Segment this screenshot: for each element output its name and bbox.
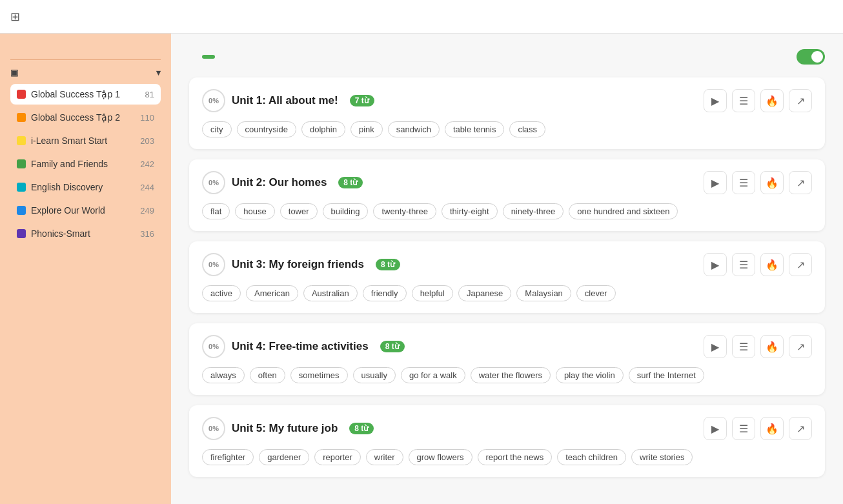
section-left: Global Success Tập 2	[17, 112, 120, 123]
play-button[interactable]: ▶	[704, 253, 727, 276]
export-button[interactable]: ↗	[789, 335, 812, 358]
section-left: Phonics-Smart	[17, 228, 90, 239]
fire-button[interactable]: 🔥	[760, 417, 784, 440]
export-button[interactable]: ↗	[789, 171, 812, 194]
word-tag: firefighter	[202, 449, 254, 465]
word-tag: city	[202, 121, 232, 137]
section-name: Global Success Tập 1	[31, 89, 120, 99]
section-left: Explore Our World	[17, 205, 105, 216]
export-button[interactable]: ↗	[789, 417, 812, 440]
word-tag: go for a walk	[401, 367, 465, 383]
grid-icon[interactable]: ⊞	[10, 10, 20, 24]
word-tag: Australian	[303, 285, 358, 301]
section-left: i-Learn Smart Start	[17, 136, 107, 146]
unit-badge: 8 từ	[338, 177, 363, 188]
section-dot	[17, 113, 26, 122]
section-dot	[17, 159, 26, 168]
play-button[interactable]: ▶	[704, 335, 727, 358]
play-button[interactable]: ▶	[704, 171, 727, 194]
detail-toggle[interactable]	[797, 49, 825, 65]
unit-title: Unit 2: Our homes	[232, 176, 327, 189]
unit-list: 0% Unit 1: All about me! 7 từ ▶ ☰ 🔥 ↗ ci…	[189, 77, 825, 477]
unit-header: 0% Unit 3: My foreign friends 8 từ ▶ ☰ 🔥…	[202, 253, 812, 276]
word-tag: pink	[350, 121, 383, 137]
word-tag: teach children	[557, 449, 626, 465]
list-button[interactable]: ☰	[732, 253, 755, 276]
word-tag: active	[202, 285, 241, 301]
unit-actions: ▶ ☰ 🔥 ↗	[704, 253, 812, 276]
list-button[interactable]: ☰	[732, 335, 755, 358]
word-tag: building	[323, 203, 369, 219]
top-bar: ⊞	[0, 0, 843, 34]
word-tag: table tennis	[445, 121, 505, 137]
chevron-down-icon[interactable]: ▾	[156, 68, 161, 77]
unit-header: 0% Unit 5: My future job 8 từ ▶ ☰ 🔥 ↗	[202, 417, 812, 440]
word-tag: friendly	[363, 285, 407, 301]
sidebar-item-ps[interactable]: Phonics-Smart 316	[10, 223, 161, 244]
unit-card-u1: 0% Unit 1: All about me! 7 từ ▶ ☰ 🔥 ↗ ci…	[189, 77, 825, 149]
fire-button[interactable]: 🔥	[760, 335, 784, 358]
section-name: Explore Our World	[31, 205, 105, 216]
unit-header-left: 0% Unit 5: My future job 8 từ	[202, 417, 374, 440]
word-tag: play the violin	[556, 367, 624, 383]
sidebar-item-eow[interactable]: Explore Our World 249	[10, 200, 161, 221]
word-tag: always	[202, 367, 245, 383]
fire-button[interactable]: 🔥	[760, 253, 784, 276]
section-name: Global Success Tập 2	[31, 112, 120, 123]
section-dot	[17, 90, 26, 99]
unit-header: 0% Unit 1: All about me! 7 từ ▶ ☰ 🔥 ↗	[202, 89, 812, 112]
word-tag: American	[246, 285, 298, 301]
book-icon: ▣	[10, 68, 18, 77]
word-tag: sandwich	[388, 121, 440, 137]
word-tag: write stories	[631, 449, 693, 465]
unit-actions: ▶ ☰ 🔥 ↗	[704, 335, 812, 358]
section-dot	[17, 229, 26, 238]
unit-header-left: 0% Unit 3: My foreign friends 8 từ	[202, 253, 400, 276]
unit-badge: 8 từ	[376, 259, 400, 270]
sidebar-item-gs2[interactable]: Global Success Tập 2 110	[10, 107, 161, 128]
word-tag: reporter	[314, 449, 361, 465]
progress-circle: 0%	[202, 89, 225, 112]
unit-card-u2: 0% Unit 2: Our homes 8 từ ▶ ☰ 🔥 ↗ flatho…	[189, 159, 825, 231]
list-button[interactable]: ☰	[732, 417, 755, 440]
progress-circle: 0%	[202, 253, 225, 276]
export-button[interactable]: ↗	[789, 253, 812, 276]
list-button[interactable]: ☰	[732, 171, 755, 194]
word-tag: tower	[280, 203, 318, 219]
section-count: 316	[140, 229, 154, 239]
list-button[interactable]: ☰	[732, 89, 755, 112]
fire-button[interactable]: 🔥	[760, 89, 784, 112]
unit-actions: ▶ ☰ 🔥 ↗	[704, 89, 812, 112]
sections-header: ▣ ▾	[10, 68, 161, 77]
section-name: Family and Friends	[31, 159, 108, 169]
word-tags: activeAmericanAustralianfriendlyhelpfulJ…	[202, 285, 812, 301]
unit-card-u4: 0% Unit 4: Free-time activities 8 từ ▶ ☰…	[189, 323, 825, 395]
unit-title: Unit 4: Free-time activities	[232, 340, 369, 353]
sidebar-item-ils[interactable]: i-Learn Smart Start 203	[10, 130, 161, 151]
play-button[interactable]: ▶	[704, 417, 727, 440]
unit-card-u3: 0% Unit 3: My foreign friends 8 từ ▶ ☰ 🔥…	[189, 241, 825, 313]
word-tag: twenty-three	[373, 203, 436, 219]
sidebar-item-gs1[interactable]: Global Success Tập 1 81	[10, 84, 161, 105]
word-tag: countryside	[237, 121, 296, 137]
sidebar-item-ff[interactable]: Family and Friends 242	[10, 154, 161, 174]
section-left: Global Success Tập 1	[17, 89, 120, 99]
word-tag: house	[235, 203, 274, 219]
section-list: Global Success Tập 1 81 Global Success T…	[10, 84, 161, 244]
section-name: English Discovery	[31, 182, 103, 192]
word-tags: alwaysoftensometimesusuallygo for a walk…	[202, 367, 812, 383]
section-count: 244	[140, 183, 154, 192]
word-count-badge	[202, 55, 215, 59]
section-count: 110	[140, 113, 154, 123]
section-dot	[17, 136, 26, 145]
section-count: 242	[140, 159, 154, 169]
sidebar: ▣ ▾ Global Success Tập 1 81 Global Succe…	[0, 34, 171, 504]
fire-button[interactable]: 🔥	[760, 171, 784, 194]
unit-title: Unit 1: All about me!	[232, 94, 338, 107]
unit-badge: 8 từ	[380, 341, 405, 352]
play-button[interactable]: ▶	[704, 89, 727, 112]
unit-header-left: 0% Unit 2: Our homes 8 từ	[202, 171, 363, 194]
sidebar-item-ed[interactable]: English Discovery 244	[10, 177, 161, 197]
sidebar-divider	[10, 59, 161, 60]
export-button[interactable]: ↗	[789, 89, 812, 112]
